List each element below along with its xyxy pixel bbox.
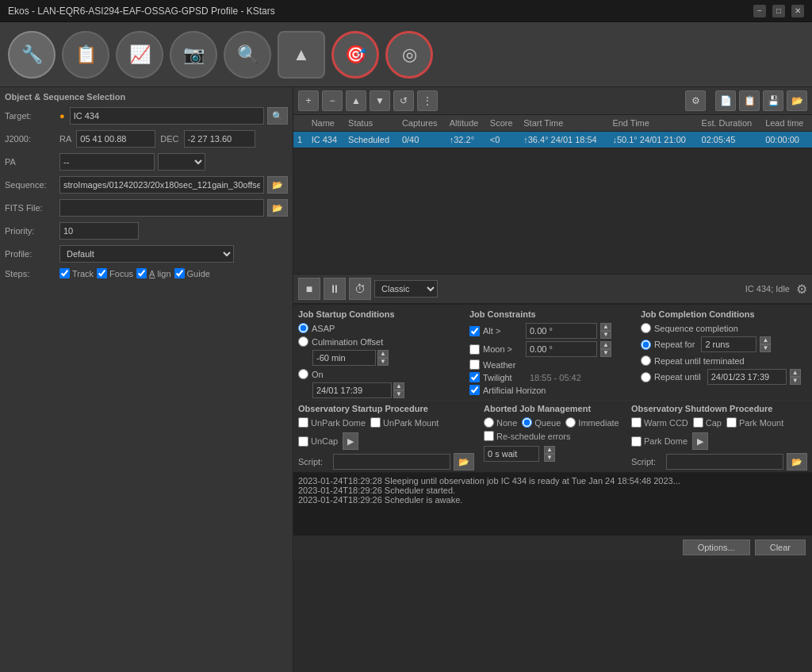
- park-mount-label[interactable]: Park Mount: [726, 417, 783, 428]
- wait-down[interactable]: ▼: [544, 454, 555, 462]
- twilight-checkbox[interactable]: [469, 372, 480, 382]
- on-radio[interactable]: [298, 369, 308, 379]
- repeat-until-down[interactable]: ▼: [790, 377, 801, 385]
- fits-browse-button[interactable]: 📂: [267, 199, 288, 217]
- culmination-radio[interactable]: [298, 336, 308, 347]
- status-icon: ⚙: [796, 282, 807, 297]
- shutdown-script-browse[interactable]: 📂: [787, 453, 807, 470]
- stop-button[interactable]: ■: [298, 278, 320, 300]
- immediate-radio[interactable]: [565, 417, 576, 428]
- wait-input[interactable]: [484, 446, 539, 462]
- alt-down[interactable]: ▼: [600, 331, 611, 339]
- repeat-until-radio[interactable]: [641, 372, 651, 382]
- unpark-mount-label[interactable]: UnPark Mount: [370, 417, 439, 428]
- pa-combo[interactable]: [158, 153, 205, 171]
- cap-label[interactable]: Cap: [693, 417, 722, 428]
- startup-script-browse[interactable]: 📂: [454, 453, 474, 470]
- repeat-for-radio[interactable]: [641, 340, 651, 350]
- dec-input[interactable]: [184, 130, 255, 148]
- ra-input[interactable]: [76, 130, 155, 148]
- load-button[interactable]: 📂: [787, 90, 807, 111]
- table-row[interactable]: 1 IC 434 Scheduled 0/40 ↑32.2° <0 ↑36.4°…: [293, 132, 812, 148]
- immediate-radio-label[interactable]: Immediate: [565, 417, 619, 428]
- alt-input[interactable]: [526, 323, 597, 339]
- on-up[interactable]: ▲: [393, 382, 404, 390]
- more-options-button[interactable]: ⋮: [417, 90, 438, 111]
- weather-checkbox[interactable]: [469, 359, 480, 370]
- options-button[interactable]: Options...: [683, 540, 750, 555]
- wait-up[interactable]: ▲: [544, 446, 555, 454]
- queue-radio[interactable]: [522, 417, 532, 428]
- clock-button[interactable]: ⏱: [349, 278, 371, 300]
- on-down[interactable]: ▼: [393, 390, 404, 398]
- culmination-down[interactable]: ▼: [377, 358, 389, 366]
- startup-script-input[interactable]: [333, 454, 450, 470]
- add-job-button[interactable]: +: [298, 90, 319, 111]
- none-radio[interactable]: [484, 417, 494, 428]
- shutdown-script-input[interactable]: [666, 454, 783, 470]
- alt-up[interactable]: ▲: [600, 323, 611, 331]
- moon-up[interactable]: ▲: [600, 341, 611, 349]
- sequence-browse-button[interactable]: 📂: [267, 176, 288, 194]
- refresh-button[interactable]: ↺: [393, 90, 414, 111]
- align-step[interactable]: Align: [136, 268, 170, 278]
- export1-button[interactable]: 📄: [715, 90, 736, 111]
- repeat-until-up[interactable]: ▲: [790, 369, 801, 377]
- culmination-input[interactable]: [312, 350, 376, 366]
- startup-script-row: Script: 📂: [298, 453, 474, 470]
- track-step[interactable]: Track: [59, 268, 94, 278]
- moon-input[interactable]: [526, 341, 597, 357]
- remove-job-button[interactable]: −: [322, 90, 343, 111]
- alt-checkbox[interactable]: [469, 326, 480, 336]
- profile-select[interactable]: Default: [59, 245, 234, 263]
- target-search-button[interactable]: 🔍: [267, 107, 288, 125]
- profile-tool-button[interactable]: 📋: [62, 31, 109, 79]
- save-button[interactable]: 💾: [763, 90, 783, 111]
- moon-checkbox[interactable]: [469, 344, 480, 355]
- priority-input[interactable]: [59, 222, 139, 240]
- on-input[interactable]: [312, 382, 392, 398]
- wrench-tool-button[interactable]: 🔧: [8, 31, 56, 79]
- repeat-for-down[interactable]: ▼: [760, 344, 771, 352]
- search-tool-button[interactable]: 🔍: [224, 31, 271, 79]
- reschedule-label[interactable]: Re-schedule errors: [484, 431, 571, 441]
- asap-radio[interactable]: [298, 323, 308, 333]
- mount-tool-button[interactable]: ▲: [278, 31, 325, 79]
- repeat-for-input[interactable]: [701, 336, 756, 352]
- startup-run-button[interactable]: ▶: [343, 432, 358, 450]
- queue-radio-label[interactable]: Queue: [522, 417, 561, 428]
- artificial-checkbox[interactable]: [469, 385, 480, 395]
- chart-tool-button[interactable]: 📈: [116, 31, 163, 79]
- park-dome-label[interactable]: Park Dome: [631, 436, 688, 447]
- move-down-button[interactable]: ▼: [370, 90, 390, 111]
- clear-button[interactable]: Clear: [755, 540, 806, 555]
- none-radio-label[interactable]: None: [484, 417, 517, 428]
- pause-button[interactable]: ⏸: [324, 278, 346, 300]
- warm-ccd-label[interactable]: Warm CCD: [631, 417, 688, 428]
- target-tool-button[interactable]: 🎯: [331, 31, 379, 79]
- sequence-input[interactable]: [59, 176, 264, 194]
- fits-input[interactable]: [59, 199, 264, 217]
- repeat-terminated-radio[interactable]: [641, 355, 651, 366]
- focus-step[interactable]: Focus: [97, 268, 133, 278]
- repeat-for-up[interactable]: ▲: [760, 336, 771, 344]
- culmination-up[interactable]: ▲: [377, 350, 389, 358]
- guide-step[interactable]: Guide: [174, 268, 210, 278]
- minimize-button[interactable]: −: [753, 5, 766, 17]
- close-button[interactable]: ✕: [791, 5, 804, 17]
- moon-down[interactable]: ▼: [600, 349, 611, 357]
- target-input[interactable]: [70, 107, 264, 125]
- unpark-dome-label[interactable]: UnPark Dome: [298, 417, 366, 428]
- camera-tool-button[interactable]: 📷: [170, 31, 217, 79]
- repeat-until-input[interactable]: [707, 369, 787, 385]
- uncap-label[interactable]: UnCap: [298, 436, 338, 447]
- mode-select[interactable]: Classic: [374, 280, 438, 298]
- pa-input[interactable]: [59, 153, 155, 171]
- seq-completion-radio[interactable]: [641, 323, 651, 333]
- maximize-button[interactable]: □: [772, 5, 785, 17]
- scheduler-tool-button[interactable]: ◎: [385, 31, 433, 79]
- export2-button[interactable]: 📋: [739, 90, 760, 111]
- shutdown-run-button[interactable]: ▶: [692, 432, 708, 450]
- move-up-button[interactable]: ▲: [346, 90, 366, 111]
- settings-button[interactable]: ⚙: [685, 90, 706, 111]
